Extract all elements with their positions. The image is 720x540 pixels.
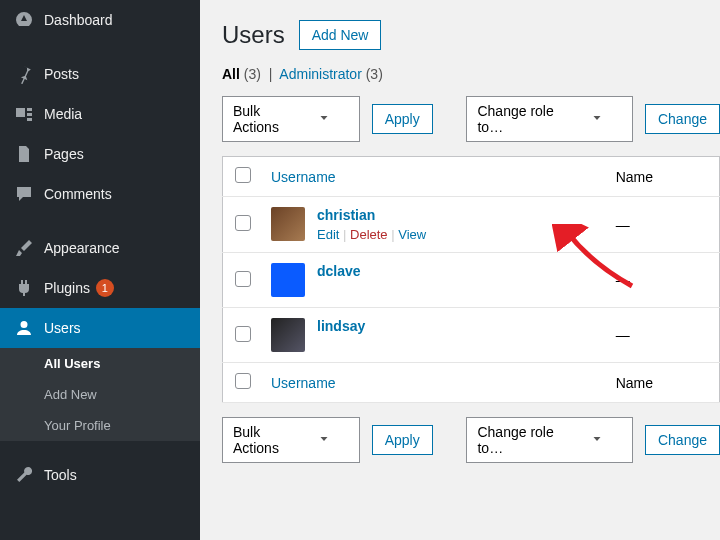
gauge-icon xyxy=(14,10,34,30)
change-role-select-bottom[interactable]: Change role to… xyxy=(466,417,633,463)
column-username[interactable]: Username xyxy=(271,169,336,185)
main-content: Users Add New All (3) | Administrator (3… xyxy=(200,0,720,540)
page-icon xyxy=(14,144,34,164)
apply-button-bottom[interactable]: Apply xyxy=(372,425,433,455)
table-row: dclave — xyxy=(223,253,720,308)
sidebar-item-pages[interactable]: Pages xyxy=(0,134,200,174)
comment-icon xyxy=(14,184,34,204)
sidebar-item-posts[interactable]: Posts xyxy=(0,54,200,94)
apply-button[interactable]: Apply xyxy=(372,104,433,134)
column-name: Name xyxy=(606,157,720,197)
bulk-actions-select[interactable]: Bulk Actions xyxy=(222,96,360,142)
sidebar-item-plugins[interactable]: Plugins1 xyxy=(0,268,200,308)
avatar xyxy=(271,318,305,352)
select-all-checkbox-bottom[interactable] xyxy=(235,373,251,389)
name-cell: — xyxy=(606,197,720,253)
sidebar-item-label: Comments xyxy=(44,186,112,202)
sidebar-item-media[interactable]: Media xyxy=(0,94,200,134)
change-role-select[interactable]: Change role to… xyxy=(466,96,633,142)
submenu-your-profile[interactable]: Your Profile xyxy=(0,410,200,441)
delete-link[interactable]: Delete xyxy=(350,227,388,242)
row-checkbox[interactable] xyxy=(235,215,251,231)
sidebar-item-label: Appearance xyxy=(44,240,120,256)
chevron-down-icon xyxy=(317,432,331,449)
column-username-bottom[interactable]: Username xyxy=(271,375,336,391)
filter-admin-count: (3) xyxy=(366,66,383,82)
media-icon xyxy=(14,104,34,124)
add-new-button[interactable]: Add New xyxy=(299,20,382,50)
sidebar-item-label: Plugins xyxy=(44,280,90,296)
sidebar-item-comments[interactable]: Comments xyxy=(0,174,200,214)
table-row: lindsay — xyxy=(223,308,720,363)
username-link[interactable]: christian xyxy=(317,207,375,223)
avatar xyxy=(271,263,305,297)
chevron-down-icon xyxy=(590,111,604,128)
user-icon xyxy=(14,318,34,338)
admin-sidebar: Dashboard Posts Media Pages Comments App… xyxy=(0,0,200,540)
change-button[interactable]: Change xyxy=(645,104,720,134)
users-submenu: All Users Add New Your Profile xyxy=(0,348,200,441)
name-cell: — xyxy=(606,253,720,308)
plug-icon xyxy=(14,278,34,298)
wrench-icon xyxy=(14,465,34,485)
sidebar-item-label: Tools xyxy=(44,467,77,483)
row-actions: Edit | Delete | View xyxy=(317,227,426,242)
sidebar-item-label: Posts xyxy=(44,66,79,82)
username-link[interactable]: lindsay xyxy=(317,318,365,334)
row-checkbox[interactable] xyxy=(235,326,251,342)
sidebar-item-users[interactable]: Users xyxy=(0,308,200,348)
filter-links: All (3) | Administrator (3) xyxy=(222,66,720,82)
sidebar-item-label: Pages xyxy=(44,146,84,162)
submenu-all-users[interactable]: All Users xyxy=(0,348,200,379)
filter-all-count: (3) xyxy=(244,66,261,82)
plugins-update-badge: 1 xyxy=(96,279,114,297)
sidebar-item-label: Media xyxy=(44,106,82,122)
bulk-actions-select-bottom[interactable]: Bulk Actions xyxy=(222,417,360,463)
sidebar-item-label: Dashboard xyxy=(44,12,113,28)
name-cell: — xyxy=(606,308,720,363)
avatar xyxy=(271,207,305,241)
sidebar-item-tools[interactable]: Tools xyxy=(0,455,200,495)
sidebar-item-dashboard[interactable]: Dashboard xyxy=(0,0,200,40)
pin-icon xyxy=(14,64,34,84)
chevron-down-icon xyxy=(317,111,331,128)
brush-icon xyxy=(14,238,34,258)
page-title: Users xyxy=(222,21,285,49)
view-link[interactable]: View xyxy=(398,227,426,242)
chevron-down-icon xyxy=(590,432,604,449)
edit-link[interactable]: Edit xyxy=(317,227,339,242)
sidebar-item-label: Users xyxy=(44,320,81,336)
filter-all[interactable]: All xyxy=(222,66,240,82)
column-name-bottom: Name xyxy=(606,363,720,403)
username-link[interactable]: dclave xyxy=(317,263,361,279)
filter-administrator[interactable]: Administrator xyxy=(279,66,361,82)
select-all-checkbox[interactable] xyxy=(235,167,251,183)
sidebar-item-appearance[interactable]: Appearance xyxy=(0,228,200,268)
table-row: christianEdit | Delete | View — xyxy=(223,197,720,253)
change-button-bottom[interactable]: Change xyxy=(645,425,720,455)
submenu-add-new[interactable]: Add New xyxy=(0,379,200,410)
row-checkbox[interactable] xyxy=(235,271,251,287)
users-table: Username Name christianEdit | Delete | V… xyxy=(222,156,720,403)
